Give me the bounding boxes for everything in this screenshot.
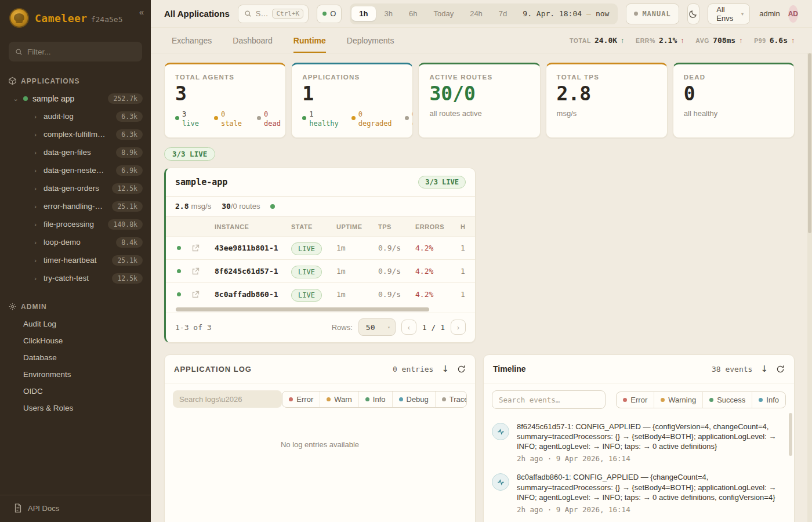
next-page-button[interactable]: ›: [451, 320, 466, 335]
range-7d[interactable]: 7d: [491, 6, 514, 21]
filter-placeholder: Filter...: [27, 48, 51, 56]
filter-info[interactable]: Info: [752, 392, 785, 408]
api-docs-link[interactable]: API Docs: [0, 495, 151, 522]
caret-down-icon: ▾: [387, 325, 390, 330]
rows-per-page-select[interactable]: 50 ▾: [358, 318, 396, 336]
sidebar-item-data-gen-orders[interactable]: › data-gen-orders 12.5k: [0, 179, 151, 197]
environment-select[interactable]: All Envs ▾: [708, 3, 750, 24]
app-panel-title[interactable]: sample-app: [175, 177, 227, 187]
avatar[interactable]: AD: [788, 5, 798, 23]
sidebar-item-data-gen-nested[interactable]: › data-gen-neste… 6.9k: [0, 161, 151, 179]
sidebar-item-database[interactable]: Database: [0, 349, 151, 366]
card-total-tps: TOTAL TPS 2.8 msg/s: [546, 63, 668, 138]
timeline-scrollbar[interactable]: [789, 413, 792, 456]
sample-app-panel: sample-app 3/3 LIVE 2.8msg/s 30/0 routes…: [164, 168, 476, 343]
tab-dashboard[interactable]: Dashboard: [233, 28, 273, 53]
green-dot-icon: [302, 116, 306, 120]
chevron-right-icon[interactable]: ›: [32, 185, 38, 192]
sidebar-item-data-gen-files[interactable]: › data-gen-files 8.9k: [0, 143, 151, 161]
timeline-event[interactable]: 8f6245c61d57-1: CONFIG_APPLIED — {config…: [492, 422, 782, 463]
online-status-pill[interactable]: O: [317, 5, 342, 23]
sidebar-item-loop-demo[interactable]: › loop-demo 8.4k: [0, 233, 151, 251]
sidebar-item-audit-log[interactable]: › audit-log 6.3k: [0, 107, 151, 125]
substat-healthy: 1healthy: [302, 110, 339, 128]
range-24h[interactable]: 24h: [462, 6, 490, 21]
manual-refresh-button[interactable]: MANUAL: [626, 3, 679, 24]
live-filter-badge[interactable]: 3/3 LIVE: [164, 147, 215, 161]
filter-warn[interactable]: Warn: [320, 392, 358, 407]
chevron-right-icon[interactable]: ›: [32, 167, 38, 174]
chevron-right-icon[interactable]: ›: [32, 131, 38, 138]
filter-error[interactable]: Error: [282, 392, 320, 407]
gray-dot-icon: [257, 116, 261, 120]
external-link-icon[interactable]: [191, 291, 215, 299]
filter-warning[interactable]: Warning: [654, 392, 702, 408]
chevron-right-icon[interactable]: ›: [32, 257, 38, 264]
log-empty-message: No log entries available: [165, 415, 475, 449]
tab-exchanges[interactable]: Exchanges: [172, 28, 212, 53]
count-badge: 8.9k: [116, 147, 143, 158]
content: TOTAL AGENTS 3 3live 0stale 0dead APPLIC…: [151, 53, 812, 522]
chevron-down-icon[interactable]: ⌄: [13, 95, 19, 103]
chevron-right-icon[interactable]: ›: [32, 113, 38, 120]
sidebar-filter-input[interactable]: Filter...: [9, 42, 142, 61]
range-1h[interactable]: 1h: [351, 6, 375, 21]
trend-up-icon: ↑: [791, 37, 795, 45]
count-badge: 25.1k: [112, 255, 143, 266]
sidebar-item-timer-heartbeat[interactable]: › timer-heartbeat 25.1k: [0, 251, 151, 269]
status-dot: [177, 269, 181, 273]
filter-error[interactable]: Error: [617, 392, 654, 408]
sidebar-collapse-icon[interactable]: «: [139, 7, 144, 17]
external-link-icon[interactable]: [191, 267, 215, 276]
chevron-right-icon[interactable]: ›: [32, 239, 38, 246]
date-range-display[interactable]: 9. Apr. 18:04 — now: [516, 9, 616, 18]
sidebar-item-complex-fulfillment[interactable]: › complex-fulfillm… 6.3k: [0, 125, 151, 143]
table-row[interactable]: 8f6245c61d57-1 LIVE 1m 0.9/s 4.2% 1: [166, 259, 475, 282]
download-icon[interactable]: ↓: [760, 364, 768, 374]
sidebar-item-try-catch-test[interactable]: › try-catch-test 12.5k: [0, 269, 151, 287]
sidebar-item-environments[interactable]: Environments: [0, 366, 151, 383]
health-dot: [270, 204, 275, 209]
filter-info[interactable]: Info: [358, 392, 392, 407]
filter-debug[interactable]: Debug: [392, 392, 435, 407]
horizontal-scrollbar[interactable]: [174, 307, 467, 311]
range-3h[interactable]: 3h: [377, 6, 400, 21]
timeline-search-input[interactable]: Search events…: [492, 390, 606, 409]
chevron-right-icon[interactable]: ›: [32, 221, 38, 228]
status-dot: [177, 246, 181, 250]
tab-deployments[interactable]: Deployments: [347, 28, 394, 53]
sidebar-item-oidc[interactable]: OIDC: [0, 383, 151, 400]
filter-success[interactable]: Success: [702, 392, 752, 408]
download-icon[interactable]: ↓: [441, 364, 449, 374]
info-dot-icon: [759, 398, 763, 402]
global-search-input[interactable]: S… Ctrl+K: [238, 5, 309, 23]
prev-page-button[interactable]: ‹: [401, 320, 416, 335]
sidebar-item-audit-log-admin[interactable]: Audit Log: [0, 316, 151, 332]
external-link-icon[interactable]: [191, 244, 215, 252]
table-row[interactable]: 43ee9811b801-1 LIVE 1m 0.9/s 4.2% 1: [166, 236, 475, 259]
filter-trace[interactable]: Trace: [435, 392, 467, 407]
info-dot-icon: [365, 397, 369, 401]
chevron-right-icon[interactable]: ›: [32, 275, 38, 282]
page-scrollbar[interactable]: [807, 53, 812, 522]
time-range-control: 1h 3h 6h Today 24h 7d 9. Apr. 18:04 — no…: [350, 3, 618, 24]
sidebar-item-users-roles[interactable]: Users & Roles: [0, 400, 151, 416]
chevron-right-icon[interactable]: ›: [32, 149, 38, 156]
chevron-right-icon[interactable]: ›: [32, 203, 38, 210]
card-applications: APPLICATIONS 1 1healthy 0degraded 0criti: [291, 63, 413, 138]
refresh-icon[interactable]: [457, 365, 466, 374]
sidebar-item-error-handling[interactable]: › error-handling-… 25.1k: [0, 197, 151, 215]
sidebar-item-sample-app[interactable]: ⌄ sample app 252.7k: [0, 90, 151, 107]
log-panel-title: APPLICATION LOG: [174, 365, 252, 374]
range-today[interactable]: Today: [426, 6, 461, 21]
range-6h[interactable]: 6h: [401, 6, 425, 21]
tab-runtime[interactable]: Runtime: [293, 28, 326, 53]
online-dot: [322, 12, 327, 16]
log-search-input[interactable]: Search logs\u2026: [173, 390, 282, 408]
theme-toggle-button[interactable]: [687, 3, 699, 24]
sidebar-item-file-processing[interactable]: › file-processing 140.8k: [0, 215, 151, 233]
refresh-icon[interactable]: [776, 365, 785, 374]
sidebar-item-clickhouse[interactable]: ClickHouse: [0, 332, 151, 349]
table-row[interactable]: 8c0affadb860-1 LIVE 1m 0.9/s 4.2% 1: [166, 282, 475, 306]
timeline-event[interactable]: 8c0affadb860-1: CONFIG_APPLIED — {change…: [492, 472, 782, 513]
